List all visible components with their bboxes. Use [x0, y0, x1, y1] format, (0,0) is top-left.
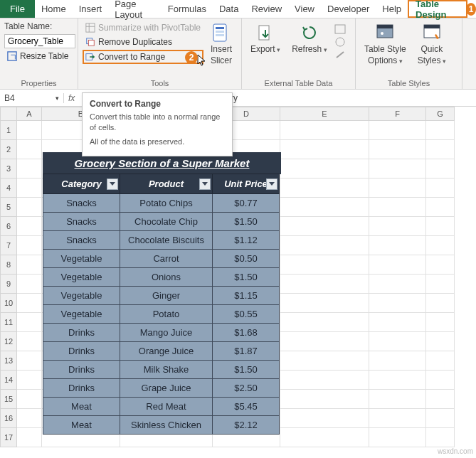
col-header-F[interactable]: F: [369, 107, 426, 121]
table-name-input[interactable]: [4, 34, 75, 48]
cell[interactable]: [369, 236, 426, 255]
cell[interactable]: [280, 159, 369, 179]
cell[interactable]: [369, 159, 426, 179]
table-cell[interactable]: Drinks: [43, 379, 120, 398]
cell[interactable]: [369, 179, 426, 198]
table-row[interactable]: VegetableCarrot$0.50: [43, 250, 280, 268]
table-cell[interactable]: Onions: [120, 268, 213, 287]
cell[interactable]: [17, 255, 42, 275]
table-row[interactable]: DrinksMango Juice$1.68: [43, 324, 280, 342]
table-cell[interactable]: Carrot: [120, 250, 213, 268]
tab-formulas[interactable]: Formulas: [162, 0, 213, 18]
table-cell[interactable]: $1.50: [213, 361, 280, 379]
table-cell[interactable]: Chocolate Chip: [120, 213, 213, 231]
cell[interactable]: [280, 275, 369, 294]
table-cell[interactable]: Ginger: [120, 287, 213, 305]
filter-button-product[interactable]: [199, 179, 211, 190]
table-cell[interactable]: $5.45: [213, 398, 280, 416]
cell[interactable]: [426, 428, 455, 447]
cell[interactable]: [17, 275, 42, 294]
cell[interactable]: [17, 217, 42, 236]
cell[interactable]: [17, 371, 42, 390]
cell[interactable]: [280, 313, 369, 332]
cell[interactable]: [426, 140, 455, 159]
table-cell[interactable]: Red Meat: [120, 398, 213, 416]
cell[interactable]: [17, 351, 42, 371]
cell[interactable]: [369, 390, 426, 409]
tab-home[interactable]: Home: [35, 0, 73, 18]
cell[interactable]: [280, 294, 369, 313]
cell[interactable]: [426, 198, 455, 217]
row-header-11[interactable]: 11: [0, 313, 17, 332]
table-cell[interactable]: Chocolate Biscuits: [120, 231, 213, 250]
table-cell[interactable]: $2.12: [213, 416, 280, 435]
table-row[interactable]: DrinksOrange Juice$1.87: [43, 342, 280, 361]
properties-icon[interactable]: [334, 24, 346, 34]
table-cell[interactable]: $0.77: [213, 194, 280, 213]
cell[interactable]: [280, 428, 369, 447]
select-all-corner[interactable]: [0, 107, 17, 121]
row-header-6[interactable]: 6: [0, 217, 17, 236]
table-cell[interactable]: Drinks: [43, 361, 120, 379]
tab-view[interactable]: View: [288, 0, 321, 18]
open-browser-icon[interactable]: [334, 37, 346, 47]
cell[interactable]: [369, 294, 426, 313]
table-cell[interactable]: Meat: [43, 416, 120, 435]
col-header-G[interactable]: G: [426, 107, 455, 121]
cell[interactable]: [280, 140, 369, 159]
cell[interactable]: [426, 159, 455, 179]
col-header-E[interactable]: E: [280, 107, 369, 121]
cell[interactable]: [17, 390, 42, 409]
row-header-1[interactable]: 1: [0, 121, 17, 140]
unlink-icon[interactable]: [334, 50, 346, 60]
cell[interactable]: [17, 313, 42, 332]
table-cell[interactable]: Snacks: [43, 213, 120, 231]
table-cell[interactable]: $1.12: [213, 231, 280, 250]
cell[interactable]: [426, 255, 455, 275]
table-cell[interactable]: $0.55: [213, 305, 280, 324]
cell[interactable]: [426, 179, 455, 198]
table-cell[interactable]: Snacks: [43, 194, 120, 213]
row-header-13[interactable]: 13: [0, 351, 17, 371]
table-cell[interactable]: $1.15: [213, 287, 280, 305]
cell[interactable]: [369, 140, 426, 159]
table-cell[interactable]: Milk Shake: [120, 361, 213, 379]
table-cell[interactable]: Grape Juice: [120, 379, 213, 398]
quick-styles-button[interactable]: Quick Styles: [413, 21, 450, 67]
cell[interactable]: [17, 332, 42, 351]
table-cell[interactable]: $1.87: [213, 342, 280, 361]
row-header-7[interactable]: 7: [0, 236, 17, 255]
table-cell[interactable]: Meat: [43, 398, 120, 416]
row-header-17[interactable]: 17: [0, 428, 17, 447]
table-row[interactable]: DrinksGrape Juice$2.50: [43, 379, 280, 398]
cell[interactable]: [17, 294, 42, 313]
cell[interactable]: [426, 409, 455, 428]
table-row[interactable]: SnacksChocolate Chip$1.50: [43, 213, 280, 231]
table-cell[interactable]: Vegetable: [43, 287, 120, 305]
table-row[interactable]: VegetableGinger$1.15: [43, 287, 280, 305]
cell[interactable]: [280, 198, 369, 217]
cell[interactable]: [426, 313, 455, 332]
cell[interactable]: [426, 275, 455, 294]
filter-button-price[interactable]: [266, 179, 277, 190]
table-cell[interactable]: Vegetable: [43, 305, 120, 324]
row-header-14[interactable]: 14: [0, 371, 17, 390]
cell[interactable]: [17, 179, 42, 198]
table-row[interactable]: DrinksMilk Shake$1.50: [43, 361, 280, 379]
cell[interactable]: [17, 428, 42, 447]
cell[interactable]: [280, 217, 369, 236]
cell[interactable]: [426, 371, 455, 390]
table-cell[interactable]: Skinless Chicken: [120, 416, 213, 435]
row-header-2[interactable]: 2: [0, 140, 17, 159]
export-button[interactable]: Export: [246, 21, 285, 55]
cell[interactable]: [280, 409, 369, 428]
cell[interactable]: [426, 217, 455, 236]
tab-review[interactable]: Review: [245, 0, 288, 18]
table-cell[interactable]: Drinks: [43, 324, 120, 342]
resize-table-button[interactable]: Resize Table: [4, 50, 71, 63]
cell[interactable]: [369, 255, 426, 275]
cell[interactable]: [17, 409, 42, 428]
row-header-9[interactable]: 9: [0, 275, 17, 294]
cell[interactable]: [280, 255, 369, 275]
table-row[interactable]: SnacksChocolate Biscuits$1.12: [43, 231, 280, 250]
